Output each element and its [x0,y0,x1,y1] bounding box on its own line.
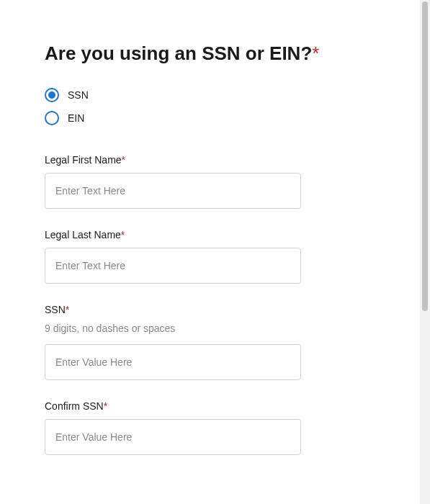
label-required: * [121,229,125,240]
radio-option-ssn[interactable]: SSN [45,88,373,102]
field-first-name: Legal First Name* [45,154,373,209]
field-ssn: SSN* 9 digits, no dashes or spaces [45,304,373,380]
label-required: * [122,154,125,166]
first-name-input[interactable] [45,173,301,209]
label-text: Confirm SSN [45,400,104,412]
first-name-label: Legal First Name* [45,154,373,166]
form-content: Are you using an SSN or EIN?* SSN EIN Le… [0,0,418,455]
field-confirm-ssn: Confirm SSN* [45,400,373,455]
scrollbar-track [420,0,430,504]
heading-text: Are you using an SSN or EIN? [45,42,312,64]
radio-label: SSN [68,89,89,101]
scrollbar-thumb[interactable] [422,1,428,311]
field-last-name: Legal Last Name* [45,229,373,284]
label-text: SSN [45,304,66,315]
id-type-radio-group: SSN EIN [45,88,373,125]
radio-circle-icon [45,111,59,125]
ssn-input[interactable] [45,344,301,380]
last-name-input[interactable] [45,248,301,284]
radio-option-ein[interactable]: EIN [45,111,373,125]
label-text: Legal Last Name [45,229,121,240]
confirm-ssn-input[interactable] [45,419,301,455]
page-heading: Are you using an SSN or EIN?* [45,42,373,66]
ssn-helper-text: 9 digits, no dashes or spaces [45,323,373,334]
heading-required: * [312,42,319,64]
radio-circle-icon [45,88,59,102]
ssn-label: SSN* [45,304,373,315]
label-required: * [66,304,69,315]
label-required: * [104,400,107,412]
radio-label: EIN [68,112,84,124]
last-name-label: Legal Last Name* [45,229,373,240]
label-text: Legal First Name [45,154,122,166]
confirm-ssn-label: Confirm SSN* [45,400,373,412]
